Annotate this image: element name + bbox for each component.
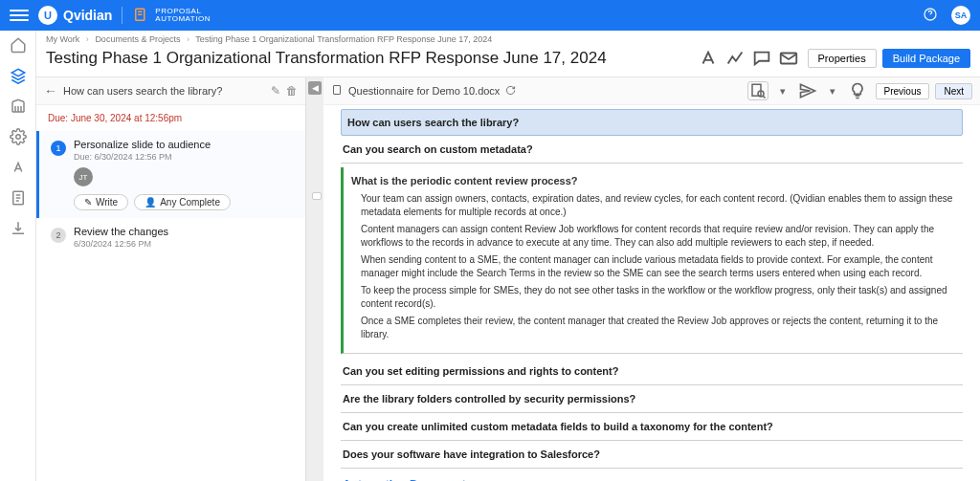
menu-icon[interactable] (10, 6, 29, 25)
comment-icon[interactable] (750, 48, 773, 69)
delete-icon[interactable]: 🗑 (286, 84, 298, 98)
task-panel: ← How can users search the library? ✎ 🗑 … (36, 77, 306, 481)
answer-paragraph: Once a SME completes their review, the c… (361, 315, 963, 341)
task-title: Review the changes (74, 226, 296, 237)
brand-divider (122, 7, 122, 24)
task-item-2[interactable]: 2 Review the changes 6/30/2024 12:56 PM (36, 218, 305, 256)
mail-icon[interactable] (777, 48, 800, 69)
collapse-left-icon[interactable]: ◀ (308, 81, 322, 95)
top-bar: U Qvidian PROPOSAL AUTOMATION SA (0, 0, 980, 31)
build-package-button[interactable]: Build Package (882, 49, 970, 68)
task-panel-header: ← How can users search the library? ✎ 🗑 (36, 77, 305, 105)
previous-button[interactable]: Previous (876, 83, 930, 99)
home-icon[interactable] (10, 36, 27, 54)
answer-paragraph: Content managers can assign content Revi… (361, 223, 963, 250)
question-row[interactable]: Can you create unlimited custom metadata… (341, 413, 963, 441)
search-doc-icon[interactable] (747, 81, 768, 100)
proposal-label-2: AUTOMATION (155, 15, 211, 23)
task-number-badge: 2 (51, 228, 66, 243)
page-header: Testing Phase 1 Organizational Transform… (36, 44, 980, 77)
chart-icon[interactable] (724, 48, 746, 69)
panel-gutter[interactable]: ◀ (306, 77, 323, 481)
help-icon[interactable] (923, 7, 938, 25)
proposal-automation-label: PROPOSAL AUTOMATION (155, 8, 211, 23)
question-row[interactable]: Can you search on custom metadata? (341, 136, 963, 164)
library-icon[interactable] (10, 98, 27, 115)
question-text: What is the periodic content review proc… (351, 175, 963, 186)
crumb-root[interactable]: My Work (46, 34, 79, 44)
task-item-1[interactable]: 1 Personalize slide to audience Due: 6/3… (36, 131, 305, 218)
back-icon[interactable]: ← (44, 83, 57, 98)
comment-bubble-icon[interactable] (312, 192, 322, 200)
svg-rect-5 (334, 86, 341, 95)
task-due: 6/30/2024 12:56 PM (74, 239, 296, 249)
breadcrumb: My Work › Documents & Projects › Testing… (36, 31, 980, 44)
send-icon[interactable] (797, 81, 818, 100)
doc-icon[interactable] (10, 189, 27, 207)
crumb-folder[interactable]: Documents & Projects (95, 34, 180, 44)
write-button[interactable]: ✎Write (74, 194, 128, 210)
file-type-icon (331, 84, 343, 98)
text-style-icon[interactable] (697, 48, 720, 69)
due-date: Due: June 30, 2024 at 12:56pm (36, 105, 305, 131)
brand-name: Qvidian (63, 8, 112, 23)
document-toolbar: Questionnaire for Demo 10.docx ▾ ▾ Previ… (323, 77, 980, 105)
task-title: Personalize slide to audience (74, 139, 296, 150)
question-row[interactable]: Are the library folders controlled by se… (341, 385, 963, 413)
answer-paragraph: Your team can assign owners, contacts, e… (361, 192, 963, 219)
left-nav (0, 31, 36, 481)
properties-button[interactable]: Properties (808, 49, 877, 68)
bulb-icon[interactable] (847, 81, 868, 100)
answered-question-block[interactable]: What is the periodic content review proc… (341, 167, 963, 354)
refresh-icon[interactable] (505, 85, 516, 98)
download-icon[interactable] (10, 220, 27, 237)
layers-icon[interactable] (10, 67, 27, 84)
assignee-avatar[interactable]: JT (74, 167, 93, 186)
svg-rect-6 (752, 84, 761, 96)
section-heading: Automating Documents (341, 469, 963, 481)
crumb-current: Testing Phase 1 Organizational Transform… (195, 34, 492, 44)
question-row-highlighted[interactable]: How can users search the library? (341, 109, 963, 136)
document-body[interactable]: How can users search the library? Can yo… (323, 105, 980, 481)
next-button[interactable]: Next (935, 83, 972, 99)
brand-logo[interactable]: U (38, 6, 57, 25)
task-due: Due: 6/30/2024 12:56 PM (74, 152, 296, 162)
settings-icon[interactable] (10, 128, 27, 145)
answer-paragraph: To keep the process simple for SMEs, the… (361, 284, 963, 311)
document-filename: Questionnaire for Demo 10.docx (348, 85, 500, 97)
edit-icon[interactable]: ✎ (271, 84, 280, 98)
document-pane: Questionnaire for Demo 10.docx ▾ ▾ Previ… (323, 77, 980, 481)
any-complete-button[interactable]: 👤Any Complete (134, 194, 231, 210)
task-panel-title: How can users search the library? (63, 85, 265, 97)
page-title: Testing Phase 1 Organizational Transform… (46, 49, 695, 68)
question-row[interactable]: Can you set editing permissions and righ… (341, 358, 963, 385)
chevron-down-icon[interactable]: ▾ (822, 81, 843, 100)
svg-point-2 (15, 135, 20, 140)
chevron-down-icon[interactable]: ▾ (772, 81, 793, 100)
question-row[interactable]: Does your software have integration to S… (341, 441, 963, 469)
document-icon (132, 7, 149, 24)
font-icon[interactable] (10, 159, 27, 176)
answer-paragraph: When sending content to a SME, the conte… (361, 253, 963, 280)
task-number-badge: 1 (51, 141, 66, 156)
user-avatar[interactable]: SA (951, 6, 970, 25)
